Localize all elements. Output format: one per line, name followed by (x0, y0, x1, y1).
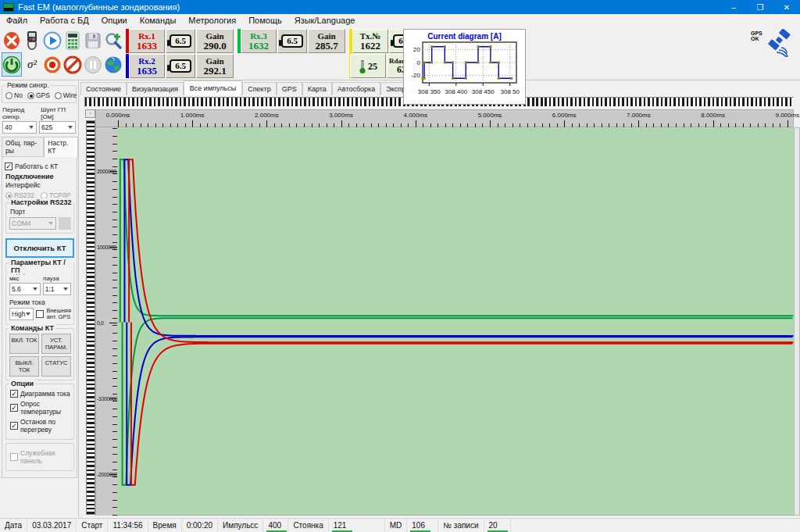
rx3-battery-panel: 6.5 (277, 29, 307, 53)
impulse-plot[interactable] (117, 127, 794, 516)
calculator-icon[interactable] (62, 28, 83, 52)
pause-icon[interactable] (83, 52, 103, 77)
menu-item-Язык/Language[interactable]: Язык/Language (288, 16, 362, 25)
disconnect-kt-button[interactable]: Отключить КТ (5, 238, 74, 258)
menu-item-Метрология[interactable]: Метрология (182, 16, 242, 25)
x-tick-label: 308 50 (500, 88, 520, 95)
battery-icon: 6.5 (170, 59, 191, 73)
menu-item-Работа с БД[interactable]: Работа с БД (34, 16, 95, 25)
sync-mode-group: Режим синхр. No GPS Wire (2, 85, 77, 103)
work-with-kt-checkbox[interactable]: ✓ Работать с КТ (5, 162, 75, 170)
service-panel-checkbox[interactable]: Служебная панель (10, 449, 70, 465)
sidebar: Режим синхр. No GPS Wire Период синхр. Ш… (0, 80, 79, 518)
radio-sync-no[interactable]: No (5, 91, 23, 99)
current-off-button[interactable]: ВЫКЛ. ТОК (9, 356, 39, 377)
rx2-gain-panel[interactable]: Gain 292.1 (196, 54, 234, 78)
port-select[interactable]: COM4 (9, 217, 56, 230)
ratio-value: 1:1 (45, 285, 55, 293)
multimeter-icon[interactable] (22, 28, 42, 52)
ext-antenna-checkbox[interactable] (36, 310, 44, 318)
impulse-chart-region: ▫ 0.000ms1.000ms2.000ms3.000ms4.000ms5.0… (82, 109, 800, 517)
vertical-indicator-strip (86, 120, 95, 515)
status-bar: Дата03.03.2017Старт11:34:56Время0:00:20И… (0, 518, 800, 532)
tab-Визуализация[interactable]: Визуализация (127, 82, 184, 95)
x-tick-label: 308 450 (472, 88, 495, 95)
current-mode-value: High (12, 310, 25, 318)
sidebar-tab-kt-settings[interactable]: Настр. КТ (44, 137, 78, 157)
record-icon[interactable] (42, 52, 62, 77)
current-diagram-chart: 200-20308 350308 400308 450308 50 (404, 41, 526, 102)
checkbox-label: Диаграмма тока (20, 390, 70, 398)
menu-item-Помощь[interactable]: Помощь (242, 16, 288, 25)
zoom-add-icon[interactable] (103, 28, 123, 52)
rx1-battery-panel: 6.5 (166, 29, 195, 53)
play-icon[interactable] (42, 28, 62, 52)
battery-icon: 6.5 (281, 34, 303, 48)
shunt-select[interactable]: 625 (39, 121, 76, 134)
status-label-Импульсс: Импульсс (218, 519, 263, 532)
globe-icon[interactable] (103, 52, 123, 77)
status-value-Время: 0:00:20 (182, 519, 218, 532)
gps-satellite-icon (764, 29, 795, 57)
toolbar: σ² Rx.1 1633 6.5 (0, 27, 800, 80)
minimize-button[interactable]: – (720, 0, 747, 14)
current-on-button[interactable]: ВКЛ. ТОК (9, 334, 39, 354)
power-icon[interactable] (2, 52, 22, 77)
tab-Состояние[interactable]: Состояние (80, 82, 127, 95)
port-refresh-button[interactable] (59, 217, 71, 230)
radio-sync-wire[interactable]: Wire (55, 91, 77, 99)
gps-status: GPS OK (751, 29, 795, 57)
set-params-button[interactable]: УСТ. ПАРАМ. (41, 334, 71, 354)
menu-item-Команды[interactable]: Команды (134, 16, 183, 25)
radio-sync-gps[interactable]: GPS (27, 91, 50, 99)
rx3-value: 1632 (248, 41, 269, 51)
tab-Карта[interactable]: Карта (302, 82, 332, 95)
amplitude-tick-label: 0,0 (97, 320, 104, 326)
time-tick-major (638, 120, 639, 127)
current-diagram-checkbox[interactable]: ✓Диаграмма тока (10, 390, 70, 398)
rx3-gain-panel[interactable]: Gain 285.7 (308, 29, 345, 53)
checkbox-checked-icon: ✓ (10, 404, 18, 412)
stop-icon[interactable] (62, 52, 83, 77)
time-tick-label: 6.000ms (552, 112, 577, 119)
status-button[interactable]: СТАТУС (41, 356, 71, 377)
close-button[interactable]: ✕ (773, 0, 800, 14)
temperature-poll-checkbox[interactable]: ✓Опрос температуры (10, 400, 70, 416)
rx2-value: 1635 (137, 66, 157, 76)
tab-GPS[interactable]: GPS (277, 82, 302, 95)
close-session-icon[interactable] (2, 28, 22, 52)
time-tick-major (118, 120, 119, 127)
menu-item-Опции[interactable]: Опции (95, 16, 134, 25)
tab-Спектр[interactable]: Спектр (242, 82, 277, 95)
time-tick-label: 2.000ms (255, 112, 279, 119)
sync-period-select[interactable]: 40 (2, 121, 37, 134)
tab-Все импульсы[interactable]: Все импульсы (184, 80, 242, 95)
waveform-vertex-dot (510, 77, 512, 80)
menu-item-Файл[interactable]: Файл (0, 16, 34, 25)
overheat-stop-checkbox[interactable]: ✓Останов по перегреву (10, 418, 70, 434)
delay-select[interactable]: 5.6 (9, 283, 41, 295)
kt-params-title: Параметры КТ / ГП (9, 259, 73, 274)
waveform-vertex-dot (477, 62, 480, 64)
chart-corner-button[interactable]: ▫ (85, 109, 95, 118)
tab-Автосборка[interactable]: Автосборка (332, 82, 380, 95)
checkbox-icon (10, 453, 18, 461)
tx-value: 1622 (360, 41, 380, 51)
application-window: Fast EM (малоглубинные зондирования) – ❐… (0, 0, 800, 532)
ext-antenna-label: Внешняя ант. GPS (46, 308, 71, 321)
save-icon[interactable] (83, 28, 103, 52)
current-diagram-panel: Current diagram [A] 200-20308 350308 400… (403, 29, 526, 105)
interface-label: Интерфейс (5, 181, 76, 189)
current-mode-select[interactable]: High (9, 308, 34, 320)
rx1-panel: Rx.1 1633 (129, 29, 165, 53)
shunt-label: Шунт ГП [Ом] (41, 106, 77, 120)
sidebar-tab-general[interactable]: Общ. пар-ры (2, 137, 44, 157)
sigma-squared-icon[interactable]: σ² (22, 52, 42, 77)
rx1-gain-panel[interactable]: Gain 290.0 (196, 29, 234, 53)
title-bar: Fast EM (малоглубинные зондирования) – ❐… (0, 0, 800, 14)
tx-temp-value: 25 (368, 62, 377, 71)
time-tick-major (416, 120, 416, 127)
restore-button[interactable]: ❐ (747, 0, 773, 14)
radio-label: GPS (36, 91, 50, 99)
ratio-select[interactable]: 1:1 (43, 283, 71, 295)
